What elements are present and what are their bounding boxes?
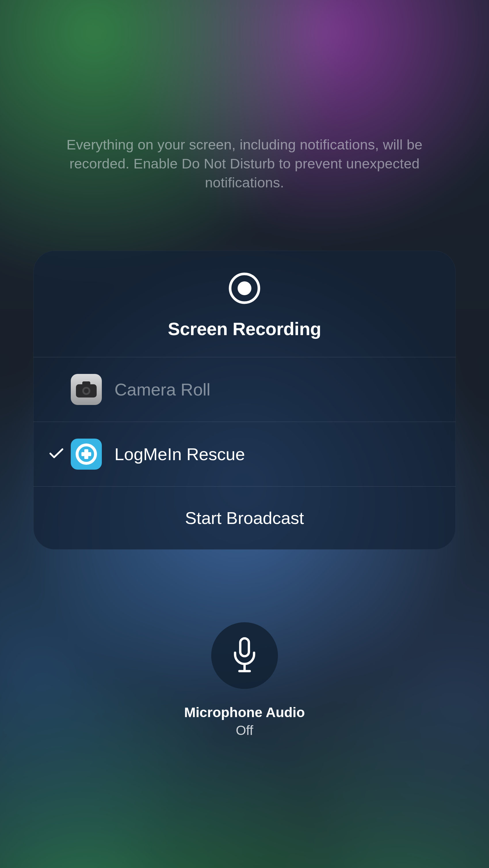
microphone-section: Microphone Audio Off: [184, 622, 305, 738]
svg-rect-3: [82, 381, 90, 386]
svg-rect-9: [240, 638, 249, 656]
microphone-title: Microphone Audio: [184, 705, 305, 720]
recording-disclaimer: Everything on your screen, including not…: [34, 135, 455, 192]
record-icon: [228, 271, 261, 306]
check-slot: [42, 448, 71, 460]
checkmark-icon: [49, 448, 63, 460]
panel-title: Screen Recording: [33, 318, 456, 339]
option-label: LogMeIn Rescue: [114, 444, 245, 464]
camera-roll-app-icon: [71, 374, 102, 405]
svg-point-5: [84, 389, 89, 393]
start-broadcast-button[interactable]: Start Broadcast: [33, 486, 456, 550]
microphone-state: Off: [184, 722, 305, 738]
option-camera-roll[interactable]: Camera Roll: [33, 357, 456, 422]
panel-header: Screen Recording: [33, 251, 456, 357]
microphone-icon: [231, 637, 258, 675]
option-logmein-rescue[interactable]: LogMeIn Rescue: [33, 422, 456, 486]
start-broadcast-label: Start Broadcast: [185, 508, 304, 528]
microphone-toggle-button[interactable]: [211, 622, 278, 689]
logmein-rescue-app-icon: [71, 439, 102, 470]
option-label: Camera Roll: [114, 380, 210, 400]
svg-rect-8: [81, 452, 91, 456]
svg-point-1: [238, 281, 251, 295]
screen-recording-panel: Screen Recording Camera Roll: [33, 251, 456, 550]
